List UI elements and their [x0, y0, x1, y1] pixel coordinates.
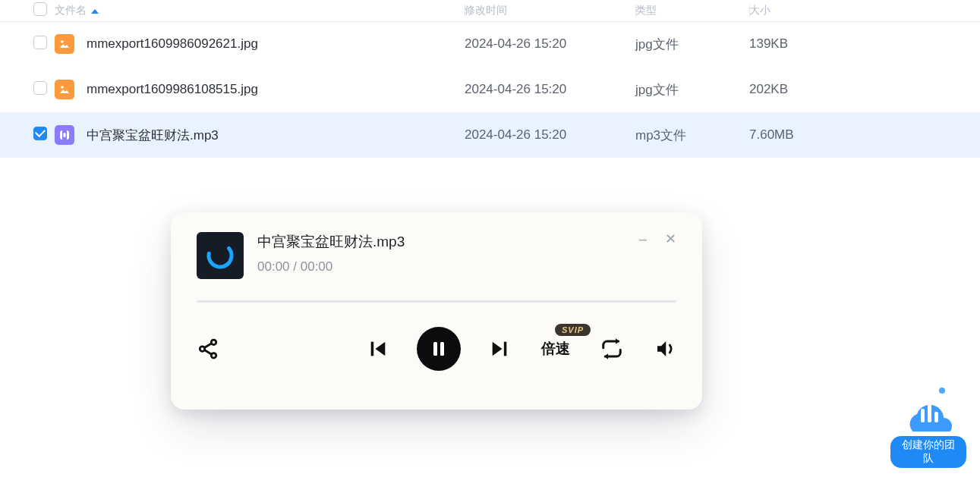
create-team-button[interactable]: 创建你的团队	[890, 386, 966, 468]
file-type: jpg文件	[635, 37, 679, 52]
svg-rect-13	[440, 342, 444, 356]
svip-badge: SVIP	[555, 324, 591, 336]
file-type: jpg文件	[635, 83, 679, 97]
svg-point-7	[211, 340, 216, 345]
album-art	[197, 232, 244, 279]
create-team-label: 创建你的团队	[890, 436, 966, 468]
row-checkbox[interactable]	[33, 127, 47, 140]
svg-rect-16	[921, 409, 925, 422]
image-file-icon	[55, 34, 74, 54]
table-row[interactable]: mmexport1609986092621.jpg2024-04-26 15:2…	[0, 21, 980, 67]
svg-rect-17	[928, 404, 931, 422]
file-time: 2024-04-26 15:20	[465, 36, 566, 51]
svg-rect-12	[433, 342, 437, 356]
volume-button[interactable]	[654, 337, 676, 360]
svg-point-15	[939, 388, 945, 394]
svg-rect-18	[934, 412, 938, 422]
cloud-icon	[900, 386, 957, 431]
header-time[interactable]: 修改时间	[465, 0, 635, 21]
row-checkbox[interactable]	[33, 36, 47, 49]
file-time: 2024-04-26 15:20	[465, 82, 566, 96]
player-title: 中宫聚宝盆旺财法.mp3	[257, 232, 639, 252]
file-name: mmexport1609986092621.jpg	[87, 36, 258, 52]
previous-button[interactable]	[367, 337, 389, 360]
close-button[interactable]: ✕	[665, 232, 676, 246]
file-time: 2024-04-26 15:20	[465, 127, 566, 142]
svg-point-5	[205, 240, 235, 271]
table-row[interactable]: mmexport1609986108515.jpg2024-04-26 15:2…	[0, 67, 980, 112]
minimize-button[interactable]: –	[639, 232, 647, 246]
svg-rect-4	[64, 133, 66, 137]
next-button[interactable]	[488, 337, 511, 360]
row-checkbox[interactable]	[33, 81, 47, 95]
file-size: 7.60MB	[749, 127, 794, 142]
svg-line-10	[204, 350, 212, 355]
audio-file-icon	[55, 125, 74, 145]
svg-line-9	[204, 344, 212, 348]
share-button[interactable]	[197, 337, 219, 360]
svg-point-1	[61, 40, 64, 43]
file-name: mmexport1609986108515.jpg	[87, 82, 258, 97]
player-time: 00:00 / 00:00	[257, 259, 639, 275]
svg-rect-11	[371, 342, 374, 356]
loop-button[interactable]	[600, 337, 623, 360]
file-size: 139KB	[749, 36, 788, 51]
file-table: 文件名 修改时间 类型 大小 mmexport1609986092621.jpg…	[0, 0, 980, 158]
file-type: mp3文件	[635, 128, 686, 143]
speed-button[interactable]: SVIP 倍速	[541, 339, 570, 359]
image-file-icon	[55, 80, 74, 99]
header-size[interactable]: 大小	[749, 0, 863, 21]
svg-point-6	[200, 347, 205, 352]
svg-point-8	[211, 353, 216, 359]
select-all-checkbox[interactable]	[33, 2, 47, 16]
progress-bar[interactable]	[197, 300, 676, 303]
file-name: 中宫聚宝盆旺财法.mp3	[87, 127, 219, 144]
svg-point-3	[61, 86, 64, 89]
header-name[interactable]: 文件名	[55, 0, 465, 21]
svg-rect-14	[504, 342, 507, 356]
sort-indicator-icon	[91, 9, 99, 14]
pause-button[interactable]	[417, 327, 461, 371]
file-size: 202KB	[749, 82, 788, 96]
audio-player: 中宫聚宝盆旺财法.mp3 00:00 / 00:00 – ✕ SVIP 倍速	[171, 212, 702, 410]
table-header: 文件名 修改时间 类型 大小	[0, 0, 980, 21]
header-type[interactable]: 类型	[635, 0, 749, 21]
table-row[interactable]: 中宫聚宝盆旺财法.mp32024-04-26 15:20mp3文件7.60MB	[0, 112, 980, 158]
